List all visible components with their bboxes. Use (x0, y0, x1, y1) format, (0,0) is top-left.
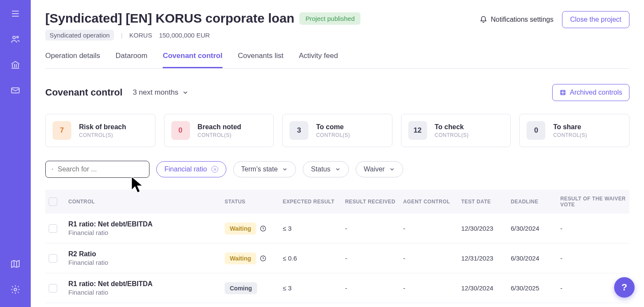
th-agent: AGENT CONTROL (403, 199, 459, 205)
card-breach-noted[interactable]: 0Breach notedCONTROL(S) (164, 114, 274, 147)
card-label: To come (316, 123, 350, 131)
tab-operation-details[interactable]: Operation details (45, 52, 100, 68)
deadline: 6/30/2024 (511, 225, 558, 232)
test-date: 12/30/2023 (461, 225, 508, 232)
gear-icon[interactable] (10, 284, 20, 295)
filter-term-s-state[interactable]: Term's state (233, 161, 296, 177)
expected-result: ≤ 3 (283, 225, 342, 232)
operation-type-chip: Syndicated operation (45, 30, 114, 41)
clock-icon (260, 225, 266, 232)
archived-controls-button[interactable]: Archived controls (552, 84, 629, 101)
card-sub: CONTROL(S) (435, 132, 469, 138)
status-badge: Waiting (225, 223, 256, 235)
status-badge: Project published (299, 12, 360, 25)
tab-covenant-control[interactable]: Covenant control (163, 52, 222, 68)
clock-icon (260, 255, 266, 262)
card-label: To share (553, 123, 587, 131)
card-to-check[interactable]: 12To checkCONTROL(S) (401, 114, 511, 147)
svg-point-3 (14, 288, 17, 291)
tab-covenants-list[interactable]: Covenants list (238, 52, 284, 68)
table-row[interactable]: R1 ratio: Net debt/EBITDAFinancial ratio… (45, 214, 629, 243)
card-sub: CONTROL(S) (79, 132, 126, 138)
control-name: R1 ratio: Net debt/EBITDA (68, 220, 222, 228)
test-date: 12/31/2023 (461, 255, 508, 262)
archive-icon (559, 89, 566, 96)
th-expected: EXPECTED RESULT (283, 199, 342, 205)
bank-icon[interactable] (10, 60, 20, 70)
status-badge: Waiting (225, 252, 256, 264)
control-category: Financial ratio (68, 229, 222, 236)
chevron-down-icon (282, 166, 288, 172)
card-risk-of-breach[interactable]: 7Risk of breachCONTROL(S) (45, 114, 155, 147)
card-count: 0 (171, 121, 190, 140)
users-icon[interactable] (10, 34, 20, 44)
tab-dataroom[interactable]: Dataroom (116, 52, 148, 68)
th-received: RESULT RECEIVED (345, 199, 401, 205)
menu-icon[interactable] (10, 9, 20, 19)
card-to-share[interactable]: 0To shareCONTROL(S) (519, 114, 629, 147)
card-sub: CONTROL(S) (316, 132, 350, 138)
filter-financial-ratio[interactable]: Financial ratio ✕ (156, 161, 226, 177)
th-test: TEST DATE (461, 199, 508, 205)
card-count: 12 (408, 121, 427, 140)
expected-result: ≤ 3 (283, 284, 342, 292)
row-checkbox[interactable] (49, 254, 57, 263)
card-count: 3 (290, 121, 308, 140)
search-input[interactable] (58, 165, 143, 173)
agent-control: - (403, 255, 459, 262)
result-received: - (345, 225, 401, 232)
deadline: 6/30/2025 (511, 284, 558, 292)
row-checkbox[interactable] (49, 284, 57, 293)
status-badge: Coming (225, 282, 257, 294)
table-row[interactable]: R2 RatioFinancial ratioWaiting≤ 0.6--12/… (45, 243, 629, 273)
map-icon[interactable] (10, 259, 20, 269)
svg-point-7 (52, 169, 53, 170)
loan-amount: 150,000,000 EUR (159, 32, 210, 39)
result-received: - (345, 284, 401, 292)
row-checkbox[interactable] (49, 224, 57, 233)
tab-activity-feed[interactable]: Activity feed (299, 52, 338, 68)
close-project-button[interactable]: Close the project (562, 11, 629, 28)
control-category: Financial ratio (68, 289, 222, 296)
card-label: Breach noted (198, 123, 241, 131)
select-all-checkbox[interactable] (49, 197, 57, 206)
table-row[interactable]: R1 ratio: Net debt/EBITDAFinancial ratio… (45, 273, 629, 303)
filter-waiver[interactable]: Waiver (356, 161, 403, 177)
clear-filter-icon[interactable]: ✕ (211, 166, 218, 173)
svg-point-0 (13, 36, 15, 39)
page-title: [Syndicated] [EN] KORUS corporate loan (45, 11, 294, 26)
th-deadline: DEADLINE (511, 199, 558, 205)
control-category: Financial ratio (68, 259, 222, 266)
card-sub: CONTROL(S) (553, 132, 587, 138)
th-waiver: RESULT OF THE WAIVER VOTE (560, 196, 629, 208)
svg-point-1 (17, 36, 18, 38)
sidebar (0, 0, 31, 307)
filter-status[interactable]: Status (303, 161, 348, 177)
deadline: 6/30/2024 (511, 255, 558, 262)
card-label: To check (435, 123, 469, 131)
svg-rect-6 (561, 90, 565, 95)
th-status: STATUS (225, 199, 280, 205)
section-title: Covenant control (45, 87, 123, 98)
agent-control: - (403, 225, 459, 232)
waiver-result: - (560, 255, 629, 262)
company-name: KORUS (129, 32, 152, 39)
card-count: 7 (53, 121, 71, 140)
mail-icon[interactable] (10, 85, 20, 96)
result-received: - (345, 255, 401, 262)
summary-cards: 7Risk of breachCONTROL(S)0Breach notedCO… (45, 114, 629, 147)
notifications-settings-link[interactable]: Notifications settings (480, 16, 553, 23)
card-count: 0 (527, 121, 545, 140)
card-sub: CONTROL(S) (198, 132, 241, 138)
tabs-nav: Operation detailsDataroomCovenant contro… (45, 52, 629, 69)
chevron-down-icon (335, 166, 341, 172)
control-name: R2 Ratio (68, 250, 222, 258)
period-dropdown[interactable]: 3 next months (133, 88, 189, 97)
help-fab-button[interactable]: ? (614, 277, 635, 298)
waiver-result: - (560, 225, 629, 232)
expected-result: ≤ 0.6 (283, 255, 342, 262)
search-input-wrapper[interactable] (45, 161, 149, 178)
bell-icon (480, 16, 487, 23)
agent-control: - (403, 284, 459, 292)
card-to-come[interactable]: 3To comeCONTROL(S) (282, 114, 392, 147)
